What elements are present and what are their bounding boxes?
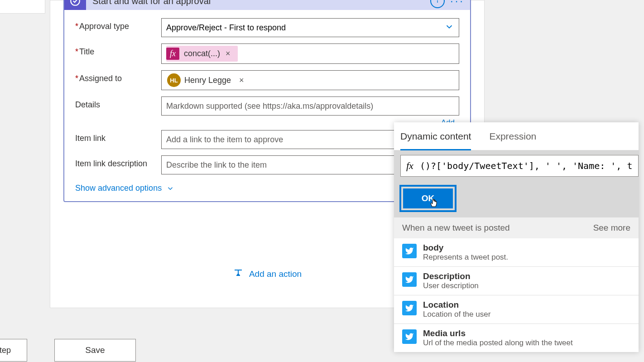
token-text: concat(...) (184, 49, 220, 58)
label-title: *Title (75, 43, 161, 57)
chevron-down-icon (166, 184, 174, 193)
item-link-placeholder: Add a link to the item to approve (166, 135, 283, 145)
details-input[interactable]: Markdown supported (see https://aka.ms/a… (161, 97, 459, 116)
twitter-icon (402, 244, 417, 258)
info-icon[interactable] (430, 0, 445, 8)
see-more-link[interactable]: See more (593, 223, 630, 233)
dynamic-content-item[interactable]: Media urlsUrl of the media posted along … (394, 324, 639, 352)
twitter-icon (402, 272, 417, 287)
svg-point-0 (71, 0, 80, 5)
ok-button[interactable]: OK (403, 188, 453, 208)
assigned-to-input[interactable]: HL Henry Legge × (161, 70, 459, 90)
label-item-link: Item link (75, 130, 161, 143)
item-desc: Url of the media posted along with the t… (423, 338, 573, 348)
tab-expression[interactable]: Expression (489, 122, 543, 150)
item-title: Description (423, 271, 479, 281)
tab-dynamic-content[interactable]: Dynamic content (400, 122, 477, 150)
item-title: Media urls (423, 328, 573, 338)
ellipsis-icon[interactable]: ··· (450, 0, 465, 7)
dynamic-content-popup: Dynamic content Expression fx ()?['body/… (394, 122, 639, 352)
item-desc: User description (423, 281, 479, 290)
item-link-desc-placeholder: Describe the link to the item (166, 160, 267, 170)
fx-icon: fx (406, 160, 413, 172)
approval-type-value: Approve/Reject - First to respond (166, 23, 286, 33)
row-title: *Title fx concat(...) × (75, 43, 459, 64)
row-approval-type: *Approval type Approve/Reject - First to… (75, 18, 459, 37)
person-chip[interactable]: HL Henry Legge × (166, 72, 249, 88)
ok-highlight: OK (399, 185, 457, 212)
avatar: HL (167, 73, 181, 87)
item-desc: Represents a tweet post. (423, 253, 508, 262)
card-title: Start and wait for an approval (92, 0, 430, 6)
row-details: Details Markdown supported (see https://… (75, 97, 459, 116)
expression-token[interactable]: fx concat(...) × (166, 46, 238, 62)
popup-tabs: Dynamic content Expression (394, 122, 639, 150)
item-title: body (423, 243, 508, 253)
label-assigned-to: *Assigned to (75, 70, 161, 83)
add-action-label: Add an action (249, 269, 302, 279)
popup-section-header: When a new tweet is posted See more (394, 217, 639, 238)
label-item-link-desc: Item link description (75, 155, 161, 169)
expression-text: ()?['body/TweetText'], ' ', 'Name: ', t (420, 160, 633, 171)
insert-action-icon (233, 267, 244, 280)
label-approval-type: *Approval type (75, 18, 161, 31)
person-name: Henry Legge (184, 76, 231, 85)
title-input[interactable]: fx concat(...) × (161, 43, 459, 64)
person-remove-icon[interactable]: × (236, 76, 247, 85)
fx-icon: fx (166, 48, 179, 60)
ok-row: OK (394, 181, 639, 217)
chevron-down-icon (444, 22, 454, 34)
save-button[interactable]: Save (54, 339, 136, 362)
ok-label: OK (422, 193, 435, 203)
popup-list: bodyRepresents a tweet post.DescriptionU… (394, 238, 639, 352)
show-advanced-toggle[interactable]: Show advanced options (75, 183, 174, 193)
details-placeholder: Markdown supported (see https://aka.ms/a… (166, 101, 373, 111)
token-close-icon[interactable]: × (223, 49, 233, 58)
label-details: Details (75, 97, 161, 110)
expression-bar: fx ()?['body/TweetText'], ' ', 'Name: ',… (394, 150, 639, 181)
dynamic-content-item[interactable]: bodyRepresents a tweet post. (394, 238, 639, 267)
left-panel-fragment (0, 0, 45, 14)
new-step-button[interactable]: v step (0, 339, 27, 362)
advanced-label: Show advanced options (75, 183, 162, 193)
twitter-icon (402, 301, 417, 315)
dynamic-content-item[interactable]: LocationLocation of the user (394, 295, 639, 324)
twitter-icon (402, 329, 417, 344)
approval-type-select[interactable]: Approve/Reject - First to respond (161, 18, 459, 37)
expression-input[interactable]: fx ()?['body/TweetText'], ' ', 'Name: ',… (400, 155, 639, 177)
section-title: When a new tweet is posted (402, 223, 510, 233)
item-desc: Location of the user (423, 310, 490, 319)
card-header[interactable]: Start and wait for an approval ··· (64, 0, 470, 10)
approval-icon (64, 0, 86, 10)
add-action-button[interactable]: Add an action (233, 267, 302, 280)
row-assigned-to: *Assigned to HL Henry Legge × (75, 70, 459, 90)
item-title: Location (423, 300, 490, 310)
dynamic-content-item[interactable]: DescriptionUser description (394, 267, 639, 295)
svg-rect-2 (437, 0, 437, 3)
